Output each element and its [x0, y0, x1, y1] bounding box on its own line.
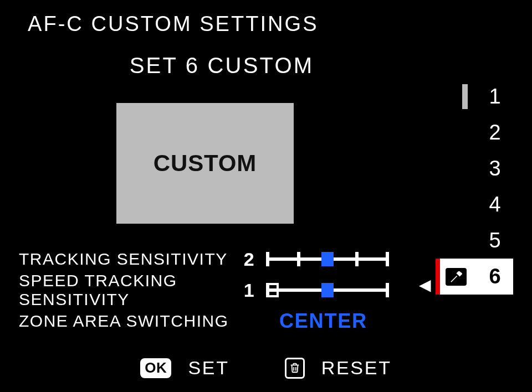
tracking-sensitivity-row[interactable]: TRACKING SENSITIVITY 2: [19, 244, 418, 275]
ok-button[interactable]: OK: [140, 358, 171, 378]
page-title: AF-C CUSTOM SETTINGS: [28, 12, 319, 36]
tracking-sensitivity-slider[interactable]: [264, 252, 391, 266]
zone-area-switching-value: CENTER: [279, 310, 367, 333]
preset-item-4[interactable]: 4: [436, 187, 513, 223]
active-indicator-icon: [436, 259, 440, 295]
preset-item-2[interactable]: 2: [436, 115, 513, 151]
tracking-sensitivity-value: 2: [241, 249, 258, 270]
footer-bar: OK SET RESET: [0, 357, 532, 379]
speed-tracking-sensitivity-value: 1: [241, 280, 258, 301]
scroll-indicator-icon: [462, 84, 468, 109]
preset-preview-label: CUSTOM: [154, 150, 257, 177]
speed-tracking-sensitivity-label: SPEED TRACKING SENSITIVITY: [19, 271, 241, 309]
settings-list: TRACKING SENSITIVITY 2 SPEED TRACKING SE…: [19, 244, 418, 337]
speed-tracking-sensitivity-row[interactable]: SPEED TRACKING SENSITIVITY 1: [19, 275, 418, 306]
preset-number: 5: [489, 229, 501, 252]
preset-number: 4: [489, 193, 501, 216]
preset-number: 6: [489, 265, 501, 288]
tracking-sensitivity-label: TRACKING SENSITIVITY: [19, 250, 241, 269]
zone-area-switching-row[interactable]: ZONE AREA SWITCHING CENTER: [19, 306, 418, 337]
preset-item-3[interactable]: 3: [436, 151, 513, 187]
set-button[interactable]: SET: [188, 357, 229, 379]
preset-number: 1: [489, 85, 501, 109]
preset-number: 3: [489, 157, 501, 180]
speed-tracking-sensitivity-slider[interactable]: [264, 283, 391, 297]
cursor-left-icon: ◀: [419, 276, 431, 294]
wrench-icon: [446, 268, 467, 286]
zone-area-switching-label: ZONE AREA SWITCHING: [19, 312, 241, 331]
set-subtitle: SET 6 CUSTOM: [0, 53, 443, 78]
preset-list: 1 2 3 4 5 6: [436, 79, 513, 295]
trash-icon[interactable]: [285, 358, 305, 379]
preset-item-5[interactable]: 5: [436, 223, 513, 259]
preset-item-1[interactable]: 1: [436, 79, 513, 115]
preset-item-6[interactable]: 6: [436, 259, 513, 295]
reset-button[interactable]: RESET: [321, 357, 392, 379]
preset-number: 2: [489, 121, 501, 145]
preset-preview-card: CUSTOM: [116, 103, 294, 224]
